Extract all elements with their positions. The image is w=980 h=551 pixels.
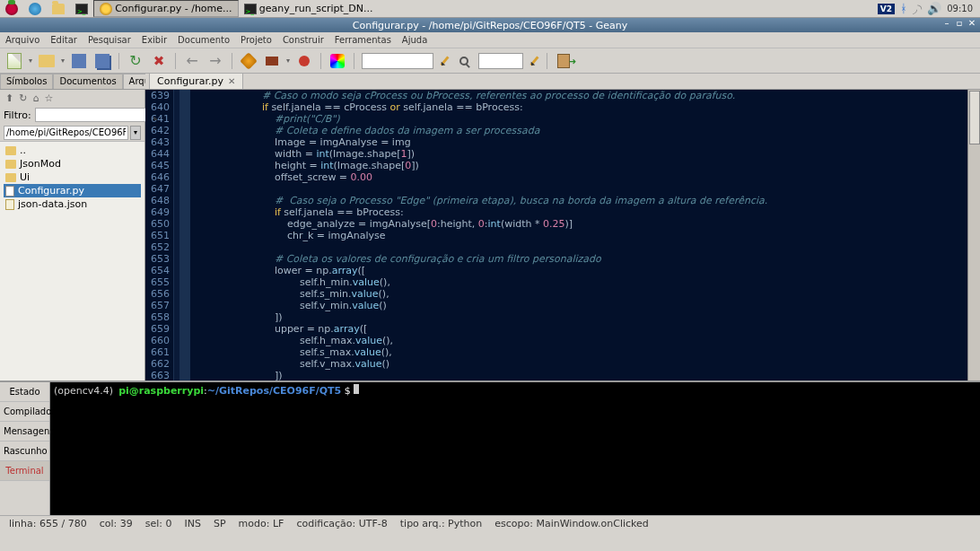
menu-pesquisar[interactable]: Pesquisar (88, 35, 131, 45)
status-line: linha: 655 / 780 (9, 518, 87, 529)
menu-ferramentas[interactable]: Ferramentas (335, 35, 391, 45)
tree-item[interactable]: JsonMod (4, 157, 141, 171)
sb-up-button[interactable]: ⬆ (5, 92, 13, 104)
tab-close-button[interactable]: ✕ (228, 76, 235, 86)
sb-home-button[interactable]: ⌂ (32, 92, 39, 104)
editor-tab-configurar[interactable]: Configurar.py ✕ (149, 73, 243, 89)
save-all-icon (95, 54, 109, 68)
vnc-icon[interactable]: V2 (878, 4, 895, 14)
status-encoding: codificação: UTF-8 (296, 518, 387, 529)
bp-tab-terminal[interactable]: Terminal (0, 461, 49, 481)
bp-tab-mensagens[interactable]: Mensagens (0, 422, 49, 442)
menu-arquivo[interactable]: Arquivo (5, 35, 39, 45)
search-input[interactable] (362, 53, 433, 69)
clock[interactable]: 09:10 (947, 4, 973, 13)
tree-item[interactable]: .. (4, 144, 141, 157)
nav-back-button[interactable]: ← (183, 52, 201, 70)
bluetooth-icon[interactable]: ᚼ (900, 2, 907, 15)
bp-tab-estado[interactable]: Estado (0, 382, 49, 402)
save-button[interactable] (70, 52, 88, 70)
menu-documento[interactable]: Documento (178, 35, 230, 45)
tree-item-label: .. (20, 144, 26, 156)
fold-margin[interactable] (179, 90, 190, 380)
open-button[interactable] (38, 52, 56, 70)
bp-tab-rascunho[interactable]: Rascunho (0, 442, 49, 461)
path-input[interactable] (4, 126, 128, 140)
tree-item[interactable]: json-data.json (4, 197, 141, 211)
menu-exibir[interactable]: Exibir (142, 35, 167, 45)
find-button[interactable] (455, 52, 473, 70)
menu-construir[interactable]: Construir (283, 35, 324, 45)
quit-button[interactable] (555, 52, 573, 70)
term-cursor (354, 384, 359, 394)
folder-icon (5, 160, 16, 169)
python-file-icon (5, 186, 14, 197)
tree-item[interactable]: Configurar.py (4, 184, 141, 197)
build-icon (266, 57, 278, 66)
folder-icon (5, 173, 16, 182)
reload-button[interactable]: ↻ (127, 52, 144, 70)
color-picker-button[interactable] (328, 52, 346, 70)
json-file-icon (5, 199, 14, 210)
compile-button[interactable] (240, 52, 258, 70)
nav-forward-button[interactable]: → (206, 52, 224, 70)
sb-refresh-button[interactable]: ↻ (19, 92, 27, 104)
new-button[interactable] (5, 52, 23, 70)
bp-tab-compilador[interactable]: Compilador (0, 402, 49, 422)
new-dropdown[interactable]: ▾ (29, 57, 32, 65)
menu-projeto[interactable]: Projeto (241, 35, 272, 45)
vertical-scrollbar[interactable] (967, 90, 980, 380)
separator (175, 53, 176, 69)
tree-item-label: JsonMod (20, 158, 61, 170)
menu-editar[interactable]: Editar (50, 35, 77, 45)
save-all-button[interactable] (93, 52, 111, 70)
taskbar-label: geany_run_script_DN... (259, 3, 373, 14)
separator (232, 53, 232, 69)
maximize-button[interactable]: ▫ (955, 19, 964, 28)
build-dropdown[interactable]: ▾ (286, 57, 290, 65)
run-button[interactable] (295, 52, 313, 70)
file-tree[interactable]: ..JsonModUiConfigurar.pyjson-data.json (0, 142, 144, 380)
tab-label: Configurar.py (157, 75, 223, 87)
code-editor[interactable]: 6396406416426436446456466476486496506516… (145, 90, 980, 380)
goto-pencil[interactable] (529, 52, 539, 70)
open-dropdown[interactable]: ▾ (61, 57, 65, 65)
taskbar-item-configurar[interactable]: Configurar.py - /home... (93, 0, 239, 17)
tree-item-label: Ui (20, 171, 30, 183)
path-dropdown[interactable]: ▾ (130, 126, 141, 140)
system-taskbar: Configurar.py - /home... geany_run_scrip… (0, 0, 980, 18)
sidebar-tab-symbols[interactable]: Símbolos (0, 74, 53, 89)
code-content[interactable]: # Caso o modo seja cProcess ou bProcess,… (190, 90, 967, 380)
raspberry-icon (5, 3, 18, 15)
magnify-icon (459, 57, 468, 66)
taskbar-item-geany-script[interactable]: geany_run_script_DN... (239, 0, 379, 17)
file-manager-launcher[interactable] (47, 0, 70, 17)
pencil-icon (440, 56, 449, 66)
sound-icon[interactable]: 🔊 (927, 2, 941, 15)
goto-line-input[interactable] (478, 53, 523, 69)
filter-input[interactable] (35, 108, 153, 122)
open-folder-icon (39, 55, 55, 67)
menu-button[interactable] (0, 0, 23, 17)
terminal[interactable]: (opencv4.4) pi@raspberrypi:~/GitRepos/CE… (50, 382, 980, 515)
window-titlebar[interactable]: Configurar.py - /home/pi/GitRepos/CEO96F… (0, 18, 980, 32)
sidebar-tab-documents[interactable]: Documentos (53, 74, 122, 89)
build-button[interactable] (263, 52, 281, 70)
terminal-icon (75, 4, 88, 14)
terminal-launcher[interactable] (70, 0, 93, 17)
separator (118, 53, 119, 69)
folder-icon (52, 4, 65, 14)
status-scope: escopo: MainWindow.onClicked (494, 518, 649, 529)
wifi-icon[interactable]: ◞◝ (913, 2, 922, 15)
sb-bookmark-button[interactable]: ☆ (44, 92, 53, 104)
search-pencil[interactable] (439, 52, 450, 70)
filter-label: Filtro: (4, 109, 31, 121)
scrollbar-thumb[interactable] (969, 91, 980, 144)
menu-ajuda[interactable]: Ajuda (402, 35, 427, 45)
close-button[interactable]: ✕ (967, 19, 976, 28)
browser-launcher[interactable] (23, 0, 47, 17)
close-file-button[interactable]: ✖ (150, 52, 168, 70)
minimize-button[interactable]: – (942, 19, 951, 28)
tree-item[interactable]: Ui (4, 171, 141, 184)
line-gutter[interactable]: 6396406416426436446456466476486496506516… (145, 90, 174, 380)
